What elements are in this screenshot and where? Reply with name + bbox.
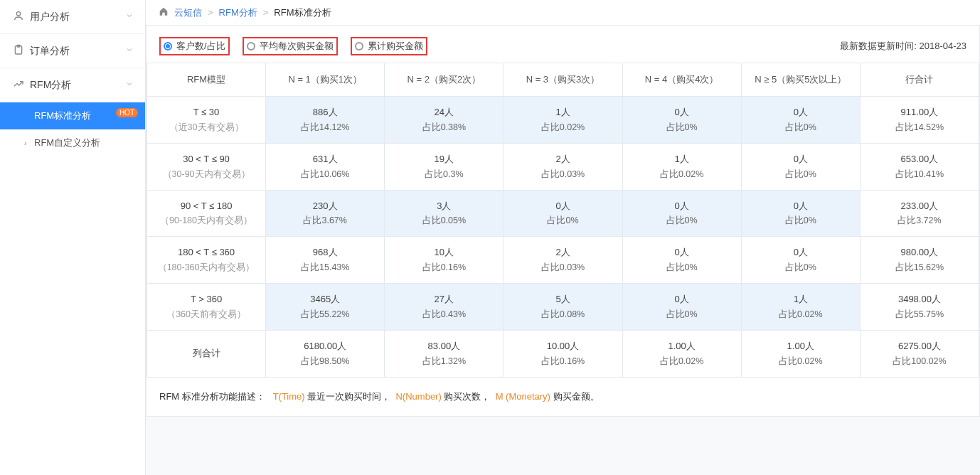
breadcrumb-sep: > bbox=[208, 7, 213, 18]
table-cell: 1人占比0.02% bbox=[504, 97, 622, 144]
table-cell: 5人占比0.08% bbox=[504, 284, 622, 331]
table-cell: 980.00人占比15.62% bbox=[860, 237, 979, 284]
legend: RFM 标准分析功能描述： T(Time) 最近一次购买时间， N(Number… bbox=[147, 378, 979, 416]
home-icon[interactable] bbox=[159, 6, 169, 18]
sidebar-subitem-label: RFM标准分析 bbox=[34, 110, 91, 122]
table-cell: 0人占比0% bbox=[622, 97, 741, 144]
breadcrumb-current: RFM标准分析 bbox=[274, 6, 331, 19]
breadcrumb-link[interactable]: 云短信 bbox=[174, 6, 202, 19]
col-header: N = 1（购买1次） bbox=[266, 63, 385, 97]
table-cell: 886人占比14.12% bbox=[266, 97, 385, 144]
table-cell: 631人占比10.06% bbox=[266, 143, 385, 190]
panel: 客户数/占比 平均每次购买金额 累计购买金额 最新数据更新时间: bbox=[146, 26, 980, 417]
col-header: N ≥ 5（购买5次以上） bbox=[741, 63, 860, 97]
table-cell: 2人占比0.03% bbox=[504, 237, 622, 284]
col-header: N = 4（购买4次） bbox=[622, 63, 741, 97]
table-row: 180 < T ≤ 360（180-360天内有交易）968人占比15.43%1… bbox=[147, 237, 979, 284]
table-cell: 233.00人占比3.72% bbox=[860, 190, 979, 237]
legend-prefix: RFM 标准分析功能描述： bbox=[159, 391, 265, 402]
table-cell: 83.00人占比1.32% bbox=[385, 330, 504, 377]
col-header: N = 2（购买2次） bbox=[385, 63, 504, 97]
sidebar-item-rfm-analysis[interactable]: RFM分析 bbox=[0, 68, 145, 102]
table-row: 90 < T ≤ 180（90-180天内有交易）230人占比3.67%3人占比… bbox=[147, 190, 979, 237]
sidebar-label: 用户分析 bbox=[30, 11, 70, 23]
col-header: N = 3（购买3次） bbox=[504, 63, 622, 97]
chevron-down-icon bbox=[125, 11, 134, 22]
table-cell: 911.00人占比14.52% bbox=[860, 97, 979, 144]
legend-m-key: M (Monetary) bbox=[496, 391, 553, 402]
table-cell: 10.00人占比0.16% bbox=[504, 330, 622, 377]
sidebar-subitem-rfm-standard[interactable]: RFM标准分析 HOT bbox=[0, 102, 145, 129]
table-cell: 0人占比0% bbox=[741, 190, 860, 237]
row-header: 90 < T ≤ 180（90-180天内有交易） bbox=[147, 190, 266, 237]
table-cell: 0人占比0% bbox=[622, 284, 741, 331]
table-cell: 24人占比0.38% bbox=[385, 97, 504, 144]
sidebar-label: 订单分析 bbox=[30, 45, 70, 58]
table-cell: 0人占比0% bbox=[622, 237, 741, 284]
table-cell: 6180.00人占比98.50% bbox=[266, 330, 385, 377]
legend-t-key: T(Time) bbox=[273, 391, 308, 402]
user-icon bbox=[13, 10, 24, 23]
legend-n-key: N(Number) bbox=[395, 391, 444, 402]
clipboard-icon bbox=[13, 44, 24, 58]
table-cell: 0人占比0% bbox=[741, 97, 860, 144]
chevron-down-icon bbox=[125, 80, 134, 90]
breadcrumb-sep: > bbox=[263, 7, 269, 18]
table-cell: 0人占比0% bbox=[741, 237, 860, 284]
submenu-caret-icon: › bbox=[24, 139, 26, 147]
radio-customers[interactable]: 客户数/占比 bbox=[159, 37, 230, 55]
main: 云短信 > RFM分析 > RFM标准分析 客户数/占比 平均每次购买金额 bbox=[146, 0, 980, 475]
update-date: 2018-04-23 bbox=[920, 41, 967, 51]
table-cell: 230人占比3.67% bbox=[266, 190, 385, 237]
table-cell: 3465人占比55.22% bbox=[266, 284, 385, 331]
radio-avg-amount[interactable]: 平均每次购买金额 bbox=[243, 37, 338, 55]
radio-dot-icon bbox=[247, 42, 255, 50]
metric-radio-group: 客户数/占比 平均每次购买金额 累计购买金额 bbox=[159, 37, 427, 55]
sidebar-subitem-label: RFM自定义分析 bbox=[34, 137, 100, 149]
rfm-table: RFM模型N = 1（购买1次）N = 2（购买2次）N = 3（购买3次）N … bbox=[147, 63, 979, 378]
row-header: 30 < T ≤ 90（30-90天内有交易） bbox=[147, 143, 266, 190]
col-header: 行合计 bbox=[860, 63, 979, 97]
table-cell: 6275.00人占比100.02% bbox=[860, 330, 979, 377]
radio-dot-icon bbox=[355, 42, 363, 50]
radio-label: 累计购买金额 bbox=[368, 40, 423, 53]
table-cell: 0人占比0% bbox=[741, 143, 860, 190]
table-cell: 968人占比15.43% bbox=[266, 237, 385, 284]
row-header: 180 < T ≤ 360（180-360天内有交易） bbox=[147, 237, 266, 284]
table-cell: 27人占比0.43% bbox=[385, 284, 504, 331]
row-header: T > 360（360天前有交易） bbox=[147, 284, 266, 331]
table-cell: 1人占比0.02% bbox=[622, 143, 741, 190]
radio-label: 客户数/占比 bbox=[176, 40, 225, 53]
table-row: T > 360（360天前有交易）3465人占比55.22%27人占比0.43%… bbox=[147, 284, 979, 331]
svg-point-0 bbox=[16, 12, 20, 16]
table-row: 30 < T ≤ 90（30-90天内有交易）631人占比10.06%19人占比… bbox=[147, 143, 979, 190]
table-row: 列合计6180.00人占比98.50%83.00人占比1.32%10.00人占比… bbox=[147, 330, 979, 377]
table-cell: 2人占比0.03% bbox=[504, 143, 622, 190]
table-row: T ≤ 30（近30天有交易）886人占比14.12%24人占比0.38%1人占… bbox=[147, 97, 979, 144]
radio-total-amount[interactable]: 累计购买金额 bbox=[351, 37, 427, 55]
table-cell: 19人占比0.3% bbox=[385, 143, 504, 190]
legend-n-desc: 购买次数 bbox=[444, 391, 481, 402]
table-cell: 653.00人占比10.41% bbox=[860, 143, 979, 190]
sidebar-group-rfm: RFM分析 RFM标准分析 HOT › RFM自定义分析 bbox=[0, 68, 145, 156]
radio-label: 平均每次购买金额 bbox=[260, 40, 334, 53]
radio-dot-icon bbox=[164, 42, 172, 50]
sidebar-subitem-rfm-custom[interactable]: › RFM自定义分析 bbox=[0, 129, 145, 156]
legend-m-desc: 购买金额 bbox=[553, 391, 590, 402]
hot-badge: HOT bbox=[116, 108, 138, 117]
chevron-down-icon bbox=[125, 46, 134, 56]
table-cell: 1.00人占比0.02% bbox=[741, 330, 860, 377]
sidebar-label: RFM分析 bbox=[30, 79, 71, 92]
table-cell: 1人占比0.02% bbox=[741, 284, 860, 331]
stats-icon bbox=[13, 78, 24, 92]
sidebar-item-user-analysis[interactable]: 用户分析 bbox=[0, 0, 145, 34]
update-label: 最新数据更新时间: bbox=[840, 41, 919, 51]
table-cell: 3498.00人占比55.75% bbox=[860, 284, 979, 331]
row-header: 列合计 bbox=[147, 330, 266, 377]
sidebar-item-order-analysis[interactable]: 订单分析 bbox=[0, 34, 145, 68]
table-cell: 3人占比0.05% bbox=[385, 190, 504, 237]
sidebar: 用户分析 订单分析 bbox=[0, 0, 146, 475]
col-header: RFM模型 bbox=[147, 63, 266, 97]
table-cell: 10人占比0.16% bbox=[385, 237, 504, 284]
breadcrumb-link[interactable]: RFM分析 bbox=[219, 6, 257, 19]
